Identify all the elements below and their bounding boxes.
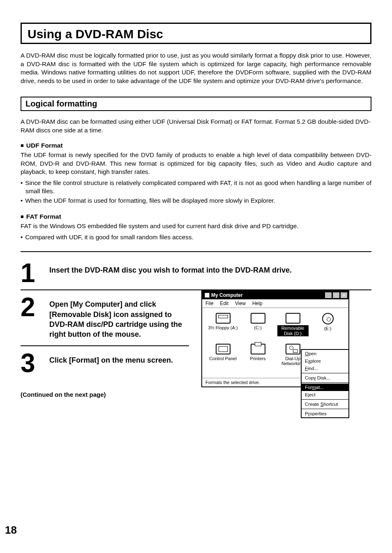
drive-removable-label: Removable Disk (D:) (277, 325, 309, 336)
udf-body: The UDF format is newly specified for th… (21, 151, 371, 176)
menu-item-find[interactable]: Find... (302, 365, 348, 372)
step-2-text: Open [My Computer] and click [Removable … (49, 295, 189, 339)
step-3-number: 3 (21, 351, 39, 374)
hdd-icon (251, 313, 265, 324)
divider (21, 251, 371, 252)
my-computer-window: My Computer _ □ × File Edit View Help 3½… (201, 290, 349, 387)
page-title: Using a DVD-RAM Disc (21, 23, 371, 44)
menu-file[interactable]: File (205, 301, 213, 306)
close-button[interactable]: × (340, 292, 348, 298)
menu-item-open[interactable]: Open (302, 350, 348, 357)
menubar[interactable]: File Edit View Help (202, 299, 348, 308)
menu-item-create-shortcut[interactable]: Create Shortcut (302, 400, 348, 408)
printers-icon (251, 344, 265, 354)
step-1-text: Insert the DVD-RAM disc you wish to form… (49, 261, 371, 275)
drive-floppy-a[interactable]: 3½ Floppy (A:) (208, 313, 239, 336)
continued-note: (Continued on the next page) (21, 391, 189, 398)
drive-floppy-label: 3½ Floppy (A:) (208, 325, 238, 330)
removable-disk-icon (286, 313, 300, 324)
fat-body: FAT is the Windows OS embedded file syst… (21, 222, 371, 231)
fat-bullets: Compared with UDF, it is good for small … (21, 233, 371, 242)
menu-item-format[interactable]: Format... (302, 384, 348, 391)
drive-e-label: (E:) (324, 326, 332, 331)
fat-heading: ■FAT Format (21, 213, 371, 220)
cdrom-icon (322, 313, 334, 324)
minimize-button[interactable]: _ (325, 292, 332, 298)
context-menu[interactable]: Open Explore Find... Copy Disk... Format… (301, 349, 349, 418)
maximize-button[interactable]: □ (332, 292, 340, 298)
menu-edit[interactable]: Edit (220, 301, 228, 306)
step-3: 3 Click [Format] on the menu screen. (21, 346, 189, 379)
step-3-text: Click [Format] on the menu screen. (49, 351, 189, 365)
drive-c[interactable]: (C:) (242, 313, 274, 336)
udf-block: ■UDF Format The UDF format is newly spec… (21, 142, 371, 205)
menu-item-explore[interactable]: Explore (302, 357, 348, 365)
section-heading-logical-formatting: Logical formatting (21, 97, 371, 111)
page-number: 18 (5, 524, 17, 537)
section-intro: A DVD-RAM disc can be formatted using ei… (21, 118, 371, 134)
udf-bullet-2: When the UDF format is used for formatti… (21, 197, 371, 205)
menu-help[interactable]: Help (252, 301, 263, 306)
step-2-number: 2 (21, 295, 39, 318)
intro-text: A DVD-RAM disc must be logically formatt… (21, 51, 371, 85)
menu-item-properties[interactable]: Properties (302, 410, 348, 417)
step-2: 2 Open [My Computer] and click [Removabl… (21, 290, 189, 346)
drive-removable-d[interactable]: Removable Disk (D:) (277, 313, 309, 336)
system-menu-icon[interactable] (205, 293, 210, 298)
menu-view[interactable]: View (235, 301, 246, 306)
control-panel-icon (216, 344, 231, 354)
drive-e[interactable]: (E:) (312, 313, 344, 336)
fat-heading-text: FAT Format (26, 213, 61, 220)
control-panel[interactable]: Control Panel (208, 344, 239, 366)
udf-heading: ■UDF Format (21, 142, 371, 149)
drive-c-label: (C:) (254, 325, 261, 330)
printers-label: Printers (250, 356, 266, 361)
dialup-icon (286, 344, 300, 354)
udf-heading-text: UDF Format (26, 142, 63, 149)
window-title: My Computer (211, 292, 243, 298)
menu-item-copy-disk[interactable]: Copy Disk... (302, 374, 348, 382)
fat-block: ■FAT Format FAT is the Windows OS embedd… (21, 213, 371, 241)
window-body: 3½ Floppy (A:) (C:) Removable Disk (D:) … (202, 308, 348, 378)
printers-folder[interactable]: Printers (242, 344, 274, 366)
floppy-icon (216, 313, 231, 324)
window-titlebar[interactable]: My Computer _ □ × (202, 291, 348, 299)
step-1: 1 Insert the DVD-RAM disc you wish to fo… (21, 256, 371, 290)
udf-bullet-1: Since the file control structure is rela… (21, 179, 371, 196)
fat-bullet-1: Compared with UDF, it is good for small … (21, 233, 371, 242)
step-1-number: 1 (21, 261, 39, 284)
udf-bullets: Since the file control structure is rela… (21, 179, 371, 205)
control-panel-label: Control Panel (209, 356, 237, 361)
menu-item-eject[interactable]: Eject (302, 391, 348, 398)
